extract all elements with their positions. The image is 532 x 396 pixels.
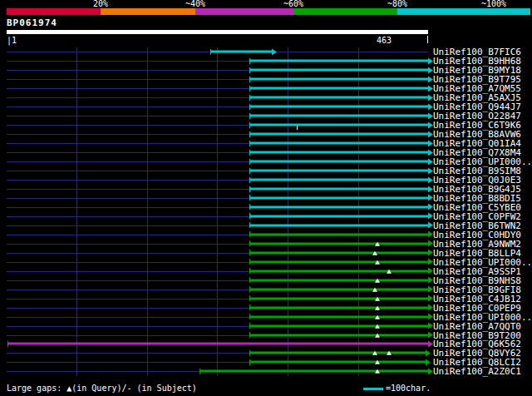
alignment-start-tick — [249, 95, 250, 101]
alignment-start-tick — [249, 222, 250, 228]
alignment-start-tick — [249, 131, 250, 137]
query-gap-marker — [375, 242, 380, 246]
alignment-bar[interactable] — [249, 142, 428, 145]
query-end-tick — [427, 36, 428, 43]
hit-row: UniRef100_A2Z0C1 — [0, 367, 532, 376]
alignment-bar[interactable] — [7, 343, 428, 345]
alignment-bar[interactable] — [249, 288, 428, 290]
alignment-start-tick — [249, 323, 250, 329]
alignment-start-tick — [249, 141, 250, 146]
alignment-arrowhead-icon — [426, 359, 431, 365]
scale-line-sample — [363, 388, 383, 390]
alignment-bar[interactable] — [249, 196, 428, 199]
query-bar — [7, 30, 428, 34]
scale-segment-orange — [101, 8, 195, 15]
alignment-bar[interactable] — [249, 251, 428, 254]
alignment-bar[interactable] — [249, 260, 428, 263]
scale-label-80: ~80% — [387, 0, 407, 8]
alignment-start-tick — [200, 369, 200, 374]
alignment-bar[interactable] — [210, 51, 271, 53]
alignment-bar[interactable] — [249, 151, 428, 154]
alignment-start-tick — [249, 332, 250, 338]
alignment-bar[interactable] — [249, 215, 428, 217]
alignment-bar[interactable] — [249, 352, 425, 354]
alignment-start-tick — [249, 58, 250, 64]
alignment-bar[interactable] — [249, 205, 428, 208]
alignment-bar[interactable] — [249, 242, 428, 245]
alignment-bar[interactable] — [249, 78, 428, 81]
alignment-bar[interactable] — [249, 270, 428, 272]
alignment-start-tick — [249, 177, 250, 183]
query-gap-marker — [375, 360, 380, 364]
alignment-bar[interactable] — [249, 60, 428, 62]
alignment-start-tick — [249, 86, 250, 92]
alignment-start-tick — [249, 295, 250, 301]
alignment-start-tick — [249, 259, 250, 265]
alignment-start-tick — [249, 186, 250, 192]
query-gap-marker — [375, 305, 380, 309]
alignment-bar[interactable] — [249, 133, 428, 136]
scale-label-100: ~100% — [481, 0, 506, 8]
alignment-start-tick — [249, 286, 250, 292]
alignment-bar[interactable] — [249, 324, 428, 327]
alignment-bar[interactable] — [249, 279, 428, 281]
alignment-start-tick — [249, 314, 250, 319]
alignment-start-tick — [249, 104, 250, 110]
alignment-start-tick — [249, 159, 250, 165]
alignment-start-tick — [249, 350, 250, 356]
query-gap-marker — [372, 251, 377, 255]
alignment-bar[interactable] — [249, 161, 428, 163]
alignment-arrowhead-icon — [426, 349, 431, 356]
alignment-bar[interactable] — [249, 179, 428, 181]
alignment-start-tick — [249, 250, 250, 255]
alignment-bar[interactable] — [249, 306, 428, 309]
alignment-start-tick — [249, 304, 250, 310]
alignment-start-tick — [249, 240, 250, 246]
alignment-start-tick — [249, 113, 250, 119]
scale-segment-green — [293, 8, 397, 15]
alignment-bar[interactable] — [249, 233, 428, 235]
alignment-bar[interactable] — [249, 224, 428, 226]
scale-segment-cyan — [397, 8, 530, 15]
alignment-start-tick — [249, 204, 250, 210]
scale-label-20: 20% — [93, 0, 108, 8]
scale-label-40: ~40% — [185, 0, 205, 8]
alignment-bar[interactable] — [249, 97, 428, 99]
query-gap-marker — [375, 324, 380, 328]
alignment-start-tick — [249, 359, 250, 365]
alignment-bar[interactable] — [249, 124, 428, 126]
alignment-bar[interactable] — [249, 106, 428, 108]
alignment-start-tick — [249, 168, 250, 174]
alignment-bar[interactable] — [249, 115, 428, 117]
query-gap-marker — [372, 351, 377, 355]
scale-segment-magenta — [195, 8, 293, 15]
gaps-legend: Large gaps: ▲(in Query)/- (in Subject) — [7, 384, 197, 393]
blast-overview-panel: 20% ~40% ~60% ~80% ~100% BP061974 |1 463… — [0, 0, 532, 396]
query-gap-marker — [387, 351, 392, 355]
alignment-arrowhead-icon — [272, 48, 277, 55]
alignment-start-tick — [249, 268, 250, 274]
alignment-bar[interactable] — [249, 87, 428, 90]
alignment-start-tick — [249, 277, 250, 283]
alignment-bar[interactable] — [200, 370, 428, 373]
hit-label[interactable]: UniRef100_A2Z0C1 — [433, 367, 521, 376]
alignment-bar[interactable] — [249, 170, 428, 172]
query-gap-marker — [375, 314, 380, 319]
identity-scale-bar — [7, 8, 530, 15]
query-gap-marker — [387, 269, 392, 273]
alignment-bar[interactable] — [249, 69, 428, 72]
alignment-start-tick — [210, 49, 211, 55]
alignment-start-tick — [249, 67, 250, 73]
alignment-bar[interactable] — [249, 315, 428, 318]
scale-label-60: ~60% — [283, 0, 303, 8]
alignment-bar[interactable] — [249, 188, 428, 191]
alignment-bar[interactable] — [249, 334, 428, 336]
query-name: BP061974 — [7, 18, 57, 27]
hit-rows: UniRef100_B7FIC6 UniRef100_B9HH68 UniRef… — [0, 47, 532, 376]
query-gap-marker — [372, 287, 377, 291]
query-gap-marker — [375, 333, 380, 337]
alignment-bar[interactable] — [249, 297, 428, 299]
query-gap-marker — [375, 369, 380, 374]
alignment-bar[interactable] — [249, 361, 425, 364]
alignment-start-tick — [7, 341, 8, 347]
